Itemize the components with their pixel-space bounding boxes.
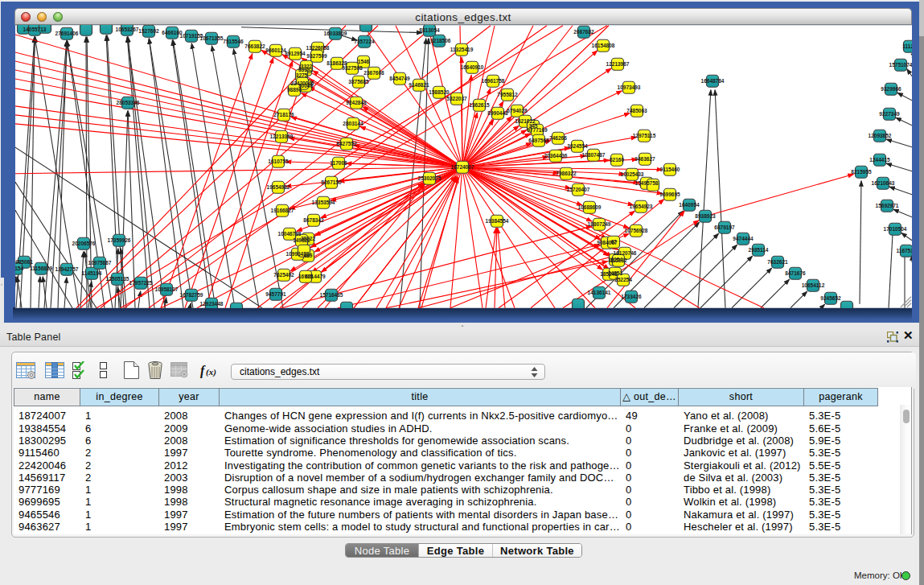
svg-text:25302075: 25302075 (418, 175, 441, 181)
svg-text:7955812: 7955812 (497, 92, 518, 97)
svg-text:16782759: 16782759 (180, 292, 203, 298)
svg-text:7515546: 7515546 (223, 39, 244, 44)
svg-text:16033809: 16033809 (324, 31, 347, 36)
svg-text:17010504: 17010504 (884, 226, 907, 232)
svg-text:9245652: 9245652 (820, 295, 841, 301)
svg-text:27691406: 27691406 (55, 31, 79, 36)
svg-text:746266: 746266 (549, 135, 567, 141)
svg-text:19166827: 19166827 (271, 208, 294, 213)
svg-text:985061: 985061 (15, 259, 33, 265)
svg-text:13353594: 13353594 (312, 200, 335, 205)
svg-text:9660124: 9660124 (265, 47, 286, 53)
svg-text:9457791: 9457791 (265, 291, 286, 297)
svg-text:39154: 39154 (15, 266, 23, 271)
svg-text:149822: 149822 (293, 237, 310, 243)
svg-text:8912954: 8912954 (285, 51, 306, 56)
svg-text:7485063: 7485063 (626, 108, 647, 113)
svg-text:16961758: 16961758 (482, 78, 505, 84)
svg-text:2803144: 2803144 (343, 121, 363, 126)
svg-text:1145194: 1145194 (82, 270, 102, 276)
svg-text:8813054: 8813054 (419, 27, 440, 33)
svg-text:11325419: 11325419 (450, 47, 474, 52)
svg-text:3875685: 3875685 (348, 79, 369, 84)
svg-text:12213967: 12213967 (606, 61, 630, 67)
svg-text:8454749: 8454749 (389, 76, 410, 81)
svg-text:1167535: 1167535 (897, 248, 912, 253)
svg-text:9327508: 9327508 (342, 65, 363, 71)
svg-text:17957225: 17957225 (129, 280, 153, 286)
svg-text:9146821: 9146821 (409, 82, 429, 88)
svg-text:5322037: 5322037 (446, 96, 467, 101)
svg-text:7357224: 7357224 (354, 39, 375, 44)
svg-text:3322: 3322 (301, 64, 313, 69)
svg-text:14055713: 14055713 (23, 27, 47, 32)
svg-text:7632621: 7632621 (767, 259, 788, 265)
svg-text:8990448: 8990448 (487, 110, 508, 116)
svg-text:10671355: 10671355 (200, 35, 224, 41)
svg-text:22420046: 22420046 (291, 80, 314, 86)
svg-text:16120746: 16120746 (614, 250, 637, 256)
svg-text:8215955: 8215955 (851, 169, 872, 175)
svg-text:12505135: 12505135 (106, 276, 129, 282)
svg-text:2935114: 2935114 (749, 247, 769, 253)
svg-text:67: 67 (610, 239, 617, 245)
svg-text:1244415: 1244415 (869, 157, 890, 163)
svg-text:1527602: 1527602 (138, 28, 159, 34)
svg-text:3275: 3275 (296, 72, 308, 78)
svg-text:10807487: 10807487 (582, 152, 606, 158)
svg-text:9463627: 9463627 (634, 156, 655, 162)
svg-text:16210643: 16210643 (872, 180, 895, 186)
svg-text:8678342: 8678342 (303, 217, 324, 223)
svg-text:10993488: 10993488 (286, 251, 310, 257)
svg-text:12213369: 12213369 (270, 134, 294, 139)
svg-text:10973493: 10973493 (618, 84, 641, 90)
svg-text:11156829: 11156829 (30, 266, 53, 271)
svg-text:8938923: 8938923 (695, 213, 716, 219)
svg-text:19218506: 19218506 (428, 38, 451, 43)
svg-text:1640954: 1640954 (679, 202, 700, 208)
svg-text:1362615: 1362615 (469, 102, 490, 108)
svg-text:19654982: 19654982 (267, 184, 290, 190)
svg-text:19384554: 19384554 (486, 218, 509, 224)
svg-text:252254: 252254 (614, 277, 632, 282)
svg-text:1546: 1546 (358, 59, 370, 64)
svg-text:7663822: 7663822 (244, 43, 265, 49)
svg-text:2367608: 2367608 (363, 70, 384, 76)
svg-text:9474444: 9474444 (733, 236, 754, 241)
svg-text:9242848: 9242848 (346, 100, 367, 105)
svg-text:28053346: 28053346 (117, 100, 140, 105)
svg-text:7986322: 7986322 (556, 171, 577, 176)
svg-text:8471676: 8471676 (785, 270, 806, 276)
svg-text:19654923: 19654923 (630, 204, 653, 209)
svg-text:117006: 117006 (330, 160, 347, 166)
svg-text:(x): (x) (206, 367, 216, 377)
svg-text:24851: 24851 (608, 270, 622, 276)
svg-text:20206576: 20206576 (72, 241, 96, 246)
svg-text:8427552: 8427552 (336, 141, 357, 146)
svg-text:1610755: 1610755 (268, 159, 289, 164)
svg-text:10654112: 10654112 (802, 282, 825, 288)
svg-text:20364436: 20364436 (544, 153, 568, 159)
svg-text:9329966: 9329966 (881, 86, 901, 92)
svg-text:18724007: 18724007 (451, 164, 474, 170)
svg-text:15495758: 15495758 (635, 180, 659, 186)
svg-text:6497568: 6497568 (528, 138, 549, 143)
svg-text:10653267: 10653267 (116, 27, 139, 32)
svg-text:9777169: 9777169 (527, 127, 548, 133)
svg-text:10958107: 10958107 (155, 286, 179, 292)
svg-text:9227349: 9227349 (879, 111, 900, 117)
svg-text:9327509: 9327509 (306, 53, 327, 59)
svg-text:1733426: 1733426 (621, 294, 642, 299)
svg-text:62160: 62160 (610, 157, 624, 163)
svg-text:12975115: 12975115 (633, 133, 656, 138)
svg-text:6794028: 6794028 (507, 108, 528, 113)
svg-text:10975867: 10975867 (88, 260, 112, 266)
svg-text:115132: 115132 (610, 257, 627, 263)
svg-text:6879197: 6879197 (714, 225, 735, 230)
svg-text:10756928: 10756928 (625, 228, 648, 233)
svg-text:9115460: 9115460 (660, 167, 680, 172)
svg-text:13226058: 13226058 (306, 45, 330, 51)
svg-text:16640910: 16640910 (461, 64, 484, 70)
svg-text:9699695: 9699695 (659, 192, 680, 197)
svg-text:15692971: 15692971 (876, 203, 899, 208)
